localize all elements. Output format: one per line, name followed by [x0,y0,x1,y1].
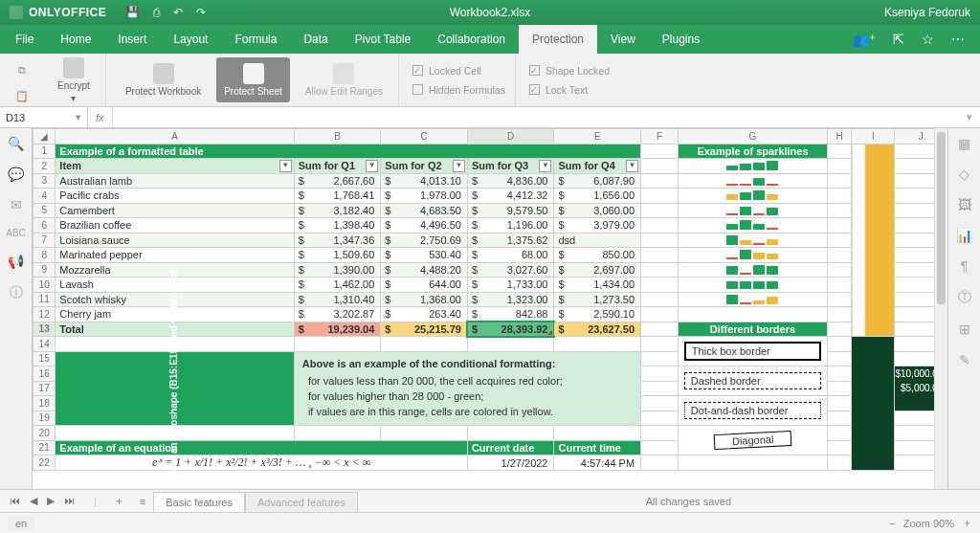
cell[interactable]: 530.40 [381,248,468,263]
cell[interactable]: 4,836.00 [467,173,554,189]
col-header-A[interactable]: A [56,129,294,144]
menu-file[interactable]: File [2,25,47,54]
add-sheet-icon[interactable]: ＋ [106,494,132,508]
row-header[interactable]: 7 [33,233,56,248]
more-icon[interactable]: ⋯ [951,32,965,47]
cell[interactable]: 2,667.60 [294,173,381,189]
cell[interactable]: 9,579.50 [467,203,554,218]
tab-first-icon[interactable]: ⏮ [10,495,20,507]
menu-data[interactable]: Data [290,25,341,54]
cell[interactable]: Loisiana sauce [56,233,294,248]
cell-total[interactable]: 25,215.79 [381,322,468,337]
cell[interactable]: 1,323.00 [467,292,554,307]
row-header[interactable]: 19 [33,411,56,426]
feedback-icon[interactable]: 📢 [8,254,24,269]
col-header-D[interactable]: D [467,129,554,144]
col-header-G[interactable]: G [678,129,827,144]
row-header[interactable]: 22 [33,455,56,471]
cell[interactable]: Marinated pepper [56,248,294,263]
menu-home[interactable]: Home [47,25,104,54]
cell[interactable]: 2,750.69 [381,233,468,248]
cell[interactable]: 1,310.40 [294,292,381,307]
col-header-I[interactable]: I [852,129,895,144]
cell[interactable]: 4,412.32 [467,189,554,204]
pivot-settings-icon[interactable]: ⊞ [959,322,970,337]
row-header[interactable]: 8 [33,248,56,263]
row-header[interactable]: 13 [33,322,56,337]
row-header[interactable]: 10 [33,278,56,293]
text-settings-icon[interactable]: Ⓣ [958,289,971,306]
signature-icon[interactable]: ✎ [959,352,970,367]
sheet-tab-basic[interactable]: Basic features [153,492,245,512]
cell[interactable]: Australian lamb [56,173,294,189]
filter-dropdown-icon[interactable]: ▼ [366,160,378,172]
row-header[interactable]: 18 [33,396,56,411]
col-header-B[interactable]: B [294,129,381,144]
tab-prev-icon[interactable]: ◀ [30,495,37,507]
about-icon[interactable]: ⓘ [10,284,23,301]
cell[interactable]: 1,978.00 [381,189,468,204]
sheet-list-icon[interactable]: ≡ [132,496,153,507]
cell[interactable]: Brazilian coffee [56,218,294,233]
print-icon[interactable]: ⎙ [153,6,160,19]
selected-cell[interactable]: 28,393.92 [467,322,554,337]
cell-settings-icon[interactable]: ▦ [958,136,970,151]
menu-pivot[interactable]: Pivot Table [342,25,424,54]
cell[interactable]: 1,656.00 [554,189,641,204]
cell[interactable]: 4,013.10 [381,173,468,189]
col-header-C[interactable]: C [381,129,468,144]
cell-total[interactable]: 23,627.50 [554,322,641,337]
menu-collab[interactable]: Collaboration [424,25,519,54]
cell[interactable]: 1,733.00 [467,278,554,293]
image-settings-icon[interactable]: 🖼 [958,197,971,212]
tab-next-icon[interactable]: ▶ [47,495,55,507]
cell-total[interactable]: 19,239.04 [294,322,381,337]
cell[interactable]: 1,509.60 [294,248,381,263]
encrypt-button[interactable]: Encrypt ▾ [52,54,96,107]
row-header[interactable]: 17 [33,381,56,396]
chat-icon[interactable]: ✉ [11,197,22,212]
row-header[interactable]: 1 [33,144,56,159]
row-header[interactable]: 9 [33,262,56,278]
redo-icon[interactable]: ↷ [196,6,206,19]
spellcheck-icon[interactable]: ABC [6,228,26,238]
menu-protection[interactable]: Protection [519,25,597,54]
formula-input[interactable] [112,107,959,127]
cell[interactable]: 3,202.87 [294,307,381,322]
cell[interactable]: 644.00 [381,278,468,293]
menu-view[interactable]: View [597,25,649,54]
hidden-formulas-checkbox[interactable]: Hidden Formulas [412,84,505,96]
zoom-in-icon[interactable]: ＋ [962,516,972,530]
cell[interactable]: 3,027.60 [467,262,554,278]
cell[interactable]: 68.00 [467,248,554,263]
cell[interactable]: 842.88 [467,307,554,322]
menu-plugins[interactable]: Plugins [649,25,713,54]
cell[interactable]: 3,060.00 [554,203,641,218]
protect-workbook-button[interactable]: Protect Workbook [120,59,207,100]
cell[interactable]: Pacific crabs [56,189,294,204]
cell[interactable]: 1,398.40 [294,218,381,233]
undo-icon[interactable]: ↶ [173,6,183,19]
select-all-corner[interactable]: ◢ [33,129,56,144]
vertical-scrollbar[interactable] [934,128,947,489]
menu-layout[interactable]: Layout [160,25,221,54]
comments-icon[interactable]: 💬 [8,167,24,182]
cell[interactable]: 1,273.50 [554,292,641,307]
shape-locked-checkbox[interactable]: ✓Shape Locked [529,65,610,77]
row-header[interactable]: 16 [33,366,56,382]
paragraph-settings-icon[interactable]: ¶ [961,258,969,274]
expand-formula-icon[interactable]: ▾ [959,111,980,123]
row-header[interactable]: 14 [33,337,56,352]
row-header[interactable]: 20 [33,426,56,441]
lock-text-checkbox[interactable]: ✓Lock Text [529,84,610,96]
filter-dropdown-icon[interactable]: ▼ [453,160,465,172]
cell[interactable]: 3,979.00 [554,218,641,233]
menu-insert[interactable]: Insert [104,25,160,54]
favorite-icon[interactable]: ☆ [922,32,934,47]
cell[interactable]: 2,697.00 [554,262,641,278]
paste-icon[interactable]: 📋 [15,90,29,102]
copy-icon[interactable]: ⧉ [18,64,26,77]
cell[interactable]: 1,434.00 [554,278,641,293]
table-col-item[interactable]: Item▼ [56,159,294,174]
cell[interactable]: 4,488.20 [381,262,468,278]
